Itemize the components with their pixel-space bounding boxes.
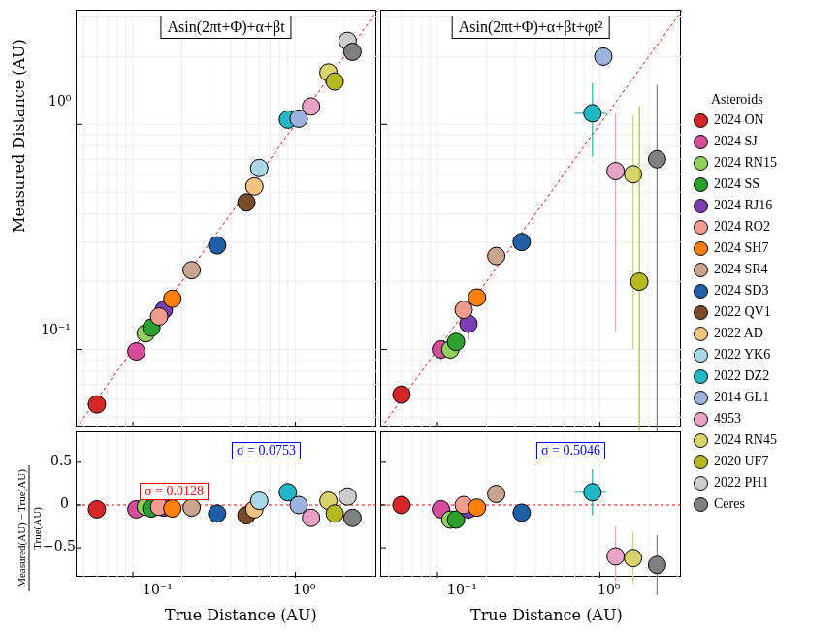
respoint-4953 — [303, 509, 320, 526]
respoint-2024 SD3 — [209, 505, 226, 522]
figure: Measured Distance (AU) Measured(AU) − Tr… — [0, 0, 840, 633]
legend-swatch-icon — [694, 455, 708, 469]
xlabel-right: True Distance (AU) — [470, 606, 623, 624]
legend-label: 2024 RO2 — [714, 219, 770, 235]
legend-label: 2024 SD3 — [714, 283, 768, 299]
legend-label: 2022 YK6 — [714, 347, 770, 363]
legend-label: 2024 RN15 — [714, 155, 777, 171]
legend-swatch-icon — [694, 199, 708, 213]
point-2020 UF7 — [326, 73, 343, 90]
panel-bottom-left: σ = 0.0128 σ = 0.0753 — [76, 431, 376, 577]
respoint-2024 SH7 — [164, 500, 181, 518]
legend-item-15: 2024 RN45 — [694, 429, 834, 451]
xtick-l-1: 10⁻¹ — [143, 582, 173, 597]
xtick-l-2: 10⁰ — [293, 582, 315, 597]
point-4953 — [303, 98, 320, 115]
legend-item-17: 2022 PH1 — [694, 472, 834, 493]
legend-label: 2024 SH7 — [714, 240, 768, 256]
panel-top-right: Asin(2πt+Φ)+α+βt+φt² — [380, 10, 681, 427]
respoint-2022 DZ2 — [584, 484, 601, 501]
ytick-tl-2: 10⁰ — [48, 93, 71, 109]
legend-swatch-icon — [694, 433, 708, 448]
legend-label: 2024 RJ16 — [714, 198, 772, 213]
respoint-2020 UF7 — [326, 505, 343, 522]
legend-swatch-icon — [694, 305, 708, 320]
respoint-Ceres — [648, 556, 665, 574]
legend-item-4: 2024 RJ16 — [694, 195, 834, 216]
legend-swatch-icon — [694, 241, 708, 256]
legend-label: 2024 SR4 — [714, 262, 768, 277]
legend-item-9: 2022 QV1 — [694, 301, 834, 323]
respoint-2024 SR4 — [183, 499, 201, 517]
legend-label: 2022 QV1 — [714, 304, 771, 320]
legend-item-5: 2024 RO2 — [694, 216, 834, 237]
point-2024 SH7 — [164, 290, 181, 307]
sigma-br-blue: σ = 0.5046 — [536, 442, 605, 459]
point-2024 SJ — [128, 343, 145, 361]
legend-swatch-icon — [694, 369, 708, 384]
legend-swatch-icon — [694, 284, 708, 299]
panel-top-left: Asin(2πt+Φ)+α+βt — [76, 10, 376, 427]
point-2024 SD3 — [209, 237, 226, 254]
legend-item-2: 2024 RN15 — [694, 152, 834, 174]
legend: Asteroids 2024 ON2024 SJ2024 RN152024 SS… — [694, 92, 834, 515]
point-2024 SR4 — [488, 247, 505, 265]
legend-swatch-icon — [694, 135, 708, 149]
legend-item-3: 2024 SS — [694, 174, 834, 195]
point-2024 RO2 — [455, 301, 472, 319]
legend-item-7: 2024 SR4 — [694, 259, 834, 280]
respoint-Ceres — [343, 509, 361, 526]
legend-swatch-icon — [694, 263, 708, 277]
legend-label: 4953 — [714, 411, 741, 427]
point-2024 ON — [88, 396, 106, 413]
legend-swatch-icon — [694, 476, 708, 491]
respoint-2024 SR4 — [488, 486, 505, 503]
title-right: Asin(2πt+Φ)+α+βt+φt² — [452, 16, 610, 39]
legend-item-12: 2022 DZ2 — [694, 365, 834, 387]
legend-swatch-icon — [694, 497, 708, 512]
legend-item-18: Ceres — [694, 493, 834, 515]
sigma-bl-blue: σ = 0.0753 — [232, 442, 301, 459]
legend-title: Asteroids — [694, 92, 834, 108]
legend-item-16: 2020 UF7 — [694, 451, 834, 472]
legend-label: 2022 PH1 — [714, 475, 768, 491]
svg-text:Measured(AU) − True(AU): Measured(AU) − True(AU) — [16, 469, 28, 587]
respoint-2022 YK6 — [250, 492, 268, 510]
point-2024 SD3 — [513, 234, 531, 251]
legend-item-1: 2024 SJ — [694, 131, 834, 152]
title-left: Asin(2πt+Φ)+α+βt — [160, 16, 291, 39]
ytick-bl-zero: 0 — [60, 495, 69, 511]
legend-item-6: 2024 SH7 — [694, 237, 834, 259]
legend-label: 2020 UF7 — [714, 454, 768, 469]
legend-label: 2014 GL1 — [714, 390, 769, 405]
point-2014 GL1 — [595, 47, 612, 65]
respoint-2024 SH7 — [468, 499, 486, 517]
legend-item-8: 2024 SD3 — [694, 280, 834, 301]
ytick-bl-pos: 0.5 — [50, 453, 72, 468]
legend-label: Ceres — [714, 496, 745, 512]
point-2024 RO2 — [150, 308, 168, 326]
ytick-tl-1: 10⁻¹ — [41, 322, 71, 337]
respoint-4953 — [607, 548, 625, 565]
legend-item-10: 2022 AD — [694, 323, 834, 344]
legend-swatch-icon — [694, 177, 708, 192]
point-Ceres — [343, 43, 361, 60]
xlabel-left: True Distance (AU) — [165, 606, 317, 624]
legend-item-0: 2024 ON — [694, 110, 834, 131]
point-2024 ON — [393, 386, 410, 403]
legend-swatch-icon — [694, 220, 708, 235]
xtick-r-2: 10⁰ — [598, 582, 620, 597]
respoint-2024 ON — [88, 500, 106, 518]
legend-label: 2024 ON — [714, 112, 764, 128]
point-2022 DZ2 — [584, 105, 601, 122]
legend-swatch-icon — [694, 156, 708, 171]
respoint-2024 RN45 — [625, 550, 642, 567]
point-2022 AD — [245, 177, 263, 195]
legend-swatch-icon — [694, 412, 708, 427]
respoint-2024 ON — [393, 496, 410, 514]
sigma-bl-red: σ = 0.0128 — [140, 483, 209, 500]
legend-label: 2024 SS — [714, 176, 759, 192]
legend-swatch-icon — [694, 113, 708, 128]
respoint-2024 SD3 — [513, 504, 531, 522]
svg-line-118 — [381, 11, 682, 427]
